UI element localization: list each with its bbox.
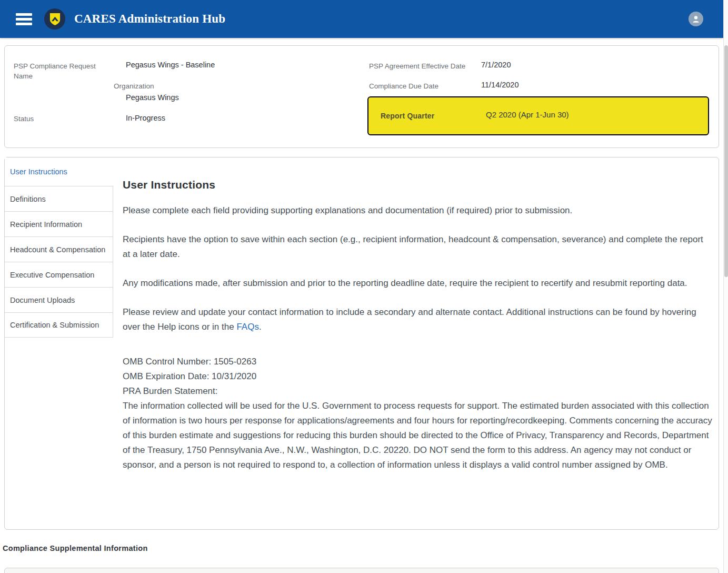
nav-item-document-uploads[interactable]: Document Uploads bbox=[5, 287, 113, 312]
organization-label: Organization bbox=[114, 81, 154, 91]
compliance-summary-panel: PSP Compliance Request Name Pegasus Wing… bbox=[4, 45, 719, 148]
request-name-value: Pegasus Wings - Baseline bbox=[126, 60, 215, 70]
omb-control-number: OMB Control Number: 1505-0263 bbox=[123, 354, 712, 369]
nav-item-recipient-information[interactable]: Recipient Information bbox=[5, 211, 113, 236]
pra-burden-statement-text: The information collected will be used f… bbox=[123, 399, 712, 472]
nav-item-definitions[interactable]: Definitions bbox=[5, 186, 113, 211]
due-date-value: 11/14/2020 bbox=[481, 80, 519, 90]
omb-expiration-date: OMB Expiration Date: 10/31/2020 bbox=[123, 369, 712, 384]
vertical-scrollbar-thumb[interactable] bbox=[724, 45, 728, 277]
section-nav: User Instructions Definitions Recipient … bbox=[5, 157, 113, 338]
contact-paragraph-text: Please review and update your contact in… bbox=[123, 307, 696, 332]
user-instructions-panel: User Instructions Definitions Recipient … bbox=[4, 157, 719, 530]
instructions-paragraph: Any modifications made, after submission… bbox=[123, 276, 712, 291]
effective-date-label: PSP Agreement Effective Date bbox=[369, 61, 465, 71]
shield-chevron-icon bbox=[49, 13, 61, 26]
organization-value: Pegasus Wings bbox=[126, 92, 179, 103]
app-header: CARES Administration Hub bbox=[0, 0, 723, 38]
hamburger-menu-icon[interactable] bbox=[16, 13, 32, 25]
nav-item-executive-compensation[interactable]: Executive Compensation bbox=[5, 262, 113, 287]
vertical-scrollbar-track[interactable] bbox=[723, 0, 728, 573]
instructions-content: User Instructions Please complete each f… bbox=[123, 157, 712, 472]
page-title: CARES Administration Hub bbox=[74, 12, 225, 26]
pra-burden-statement-label: PRA Burden Statement: bbox=[123, 384, 712, 399]
report-quarter-value: Q2 2020 (Apr 1-Jun 30) bbox=[486, 110, 569, 119]
instructions-paragraph: Please complete each field providing sup… bbox=[123, 203, 712, 218]
due-date-label: Compliance Due Date bbox=[369, 81, 438, 91]
report-quarter-highlight-box: Report Quarter Q2 2020 (Apr 1-Jun 30) bbox=[367, 96, 709, 135]
nav-item-user-instructions[interactable]: User Instructions bbox=[5, 157, 113, 186]
nav-item-headcount-compensation[interactable]: Headcount & Compensation bbox=[5, 236, 113, 262]
contact-paragraph-period: . bbox=[259, 322, 262, 332]
status-label: Status bbox=[14, 114, 34, 124]
nav-item-certification-submission[interactable]: Certification & Submission bbox=[5, 312, 113, 338]
omb-block: OMB Control Number: 1505-0263 OMB Expira… bbox=[123, 354, 712, 472]
report-quarter-label: Report Quarter bbox=[381, 112, 434, 120]
contact-paragraph: Please review and update your contact in… bbox=[123, 305, 712, 334]
instructions-paragraph: Recipients have the option to save withi… bbox=[123, 232, 712, 262]
faqs-link[interactable]: FAQs bbox=[236, 322, 259, 332]
supplemental-panel-header bbox=[4, 568, 719, 573]
effective-date-value: 7/1/2020 bbox=[481, 60, 511, 70]
supplemental-section-heading: Compliance Supplemental Information bbox=[3, 544, 148, 552]
instructions-heading: User Instructions bbox=[123, 179, 712, 191]
user-avatar-icon[interactable] bbox=[689, 12, 703, 26]
app-logo bbox=[44, 8, 65, 29]
request-name-label: PSP Compliance Request Name bbox=[14, 61, 101, 81]
status-value: In-Progress bbox=[126, 113, 165, 123]
